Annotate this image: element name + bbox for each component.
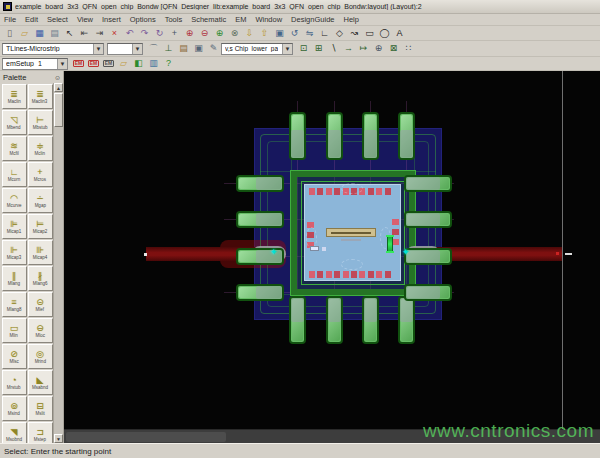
- rotate-button[interactable]: ↻: [153, 27, 167, 40]
- palette-item-mgap[interactable]: ∸Mgap: [28, 188, 53, 213]
- palette-item-msobnd[interactable]: ◥Msobnd: [2, 422, 27, 444]
- zoom-in-point-button[interactable]: ⊕: [183, 27, 197, 40]
- insert-component-button[interactable]: ▣: [273, 27, 287, 40]
- view-3d-button[interactable]: ◧: [132, 57, 146, 70]
- lead-left-4[interactable]: [236, 284, 284, 301]
- palette-item-mlang8[interactable]: ≡Mlang8: [2, 292, 27, 317]
- bond-pad-bottom-6[interactable]: [351, 271, 357, 278]
- lead-right-3[interactable]: [404, 248, 452, 265]
- bond-pad-top-10[interactable]: [385, 188, 391, 195]
- open-design-button[interactable]: ▱: [18, 27, 32, 40]
- zoom-full-button[interactable]: ⊗: [228, 27, 242, 40]
- bond-pad-top-2[interactable]: [317, 188, 323, 195]
- lead-top-2[interactable]: [326, 112, 343, 160]
- chevron-down-icon[interactable]: ▼: [132, 44, 142, 54]
- lead-bottom-3[interactable]: [362, 296, 379, 344]
- library-browser-button[interactable]: ▤: [177, 42, 191, 55]
- edit-properties-button[interactable]: ✎: [207, 42, 221, 55]
- substrate-editor-button[interactable]: ▥: [147, 57, 161, 70]
- bond-pad-top-4[interactable]: [334, 188, 340, 195]
- palette-item-mcorn[interactable]: ∟Mcorn: [2, 162, 27, 187]
- menu-window[interactable]: Window: [255, 15, 282, 24]
- rotate-items-button[interactable]: ↺: [288, 27, 302, 40]
- palette-item-mrstub[interactable]: ◔Mrstub: [2, 370, 27, 395]
- insert-instance-button[interactable]: ▣: [192, 42, 206, 55]
- insert-path-button[interactable]: ∟: [318, 27, 332, 40]
- bond-pad-bottom-9[interactable]: [376, 271, 382, 278]
- palette-item-mlsc[interactable]: ⊘Mlsc: [2, 344, 27, 369]
- em-simulate-button[interactable]: EM: [72, 57, 86, 70]
- port-dot-left[interactable]: [144, 253, 147, 256]
- lead-right-1[interactable]: [404, 175, 452, 192]
- bond-pad-bottom-2[interactable]: [317, 271, 323, 278]
- bond-pad-bottom-3[interactable]: [326, 271, 332, 278]
- lead-right-2[interactable]: [404, 211, 452, 228]
- scroll-up-icon[interactable]: ▲: [54, 83, 63, 92]
- menu-schematic[interactable]: Schematic: [191, 15, 226, 24]
- push-into-hierarchy-button[interactable]: ⇩: [243, 27, 257, 40]
- die-left-pad[interactable]: [322, 247, 326, 251]
- horizontal-scroll-thumb[interactable]: [66, 432, 226, 442]
- print-button[interactable]: ▤: [48, 27, 62, 40]
- palette-item-maclin[interactable]: ≣Maclin: [2, 84, 27, 109]
- em-setup-select[interactable]: emSetup_1 ▼: [2, 58, 68, 70]
- next-entry-layer-button[interactable]: →: [342, 42, 356, 55]
- bond-pad-top-1[interactable]: [309, 188, 315, 195]
- dimension-right-button[interactable]: ⇥: [93, 27, 107, 40]
- palette-item-mcros[interactable]: +Mcros: [28, 162, 53, 187]
- palette-item-mcurve[interactable]: ◠Mcurve: [2, 188, 27, 213]
- palette-item-mloc[interactable]: ⊖Mloc: [28, 318, 53, 343]
- toggle-entry-layer-button[interactable]: ⊠: [387, 42, 401, 55]
- lead-top-4[interactable]: [398, 112, 415, 160]
- bond-pad-bottom-8[interactable]: [368, 271, 374, 278]
- scroll-down-icon[interactable]: ▼: [54, 434, 63, 443]
- chevron-down-icon[interactable]: ▼: [57, 59, 67, 69]
- redo-button[interactable]: ↷: [138, 27, 152, 40]
- die-left-component[interactable]: [310, 246, 319, 251]
- menu-options[interactable]: Options: [130, 15, 156, 24]
- menu-view[interactable]: View: [77, 15, 93, 24]
- palette-item-micap3[interactable]: ⊩Micap3: [2, 240, 27, 265]
- menu-edit[interactable]: Edit: [25, 15, 38, 24]
- chevron-down-icon[interactable]: ▼: [93, 44, 103, 54]
- lead-left-1[interactable]: [236, 175, 284, 192]
- palette-item-mbstub[interactable]: ⊢Mbstub: [28, 110, 53, 135]
- em-setup-button[interactable]: EM: [102, 57, 116, 70]
- bond-pad-bottom-5[interactable]: [343, 271, 349, 278]
- layer-select[interactable]: ▼: [107, 43, 143, 55]
- lead-bottom-2[interactable]: [326, 296, 343, 344]
- save-design-button[interactable]: ▦: [33, 27, 47, 40]
- zoom-area-button[interactable]: ⊕: [213, 27, 227, 40]
- zoom-out-point-button[interactable]: ⊖: [198, 27, 212, 40]
- palette-item-mslit[interactable]: ⊟Mslit: [28, 396, 53, 421]
- pop-out-hierarchy-button[interactable]: ⇧: [258, 27, 272, 40]
- bond-pad-top-9[interactable]: [376, 188, 382, 195]
- bond-pad-top-8[interactable]: [368, 188, 374, 195]
- palette-scroll-thumb[interactable]: [54, 93, 63, 127]
- insert-ground-button[interactable]: ⊥: [162, 42, 176, 55]
- lead-bottom-1[interactable]: [289, 296, 306, 344]
- pin-icon[interactable]: ⊙: [55, 74, 60, 81]
- palette-item-mstep[interactable]: ⊐Mstep: [28, 422, 53, 444]
- palette-item-mbend[interactable]: ◹Mbend: [2, 110, 27, 135]
- lead-top-3[interactable]: [362, 112, 379, 160]
- insert-circle-button[interactable]: ◯: [378, 27, 392, 40]
- pointer-mode-button[interactable]: ↖: [63, 27, 77, 40]
- bondwire-cursor-marker[interactable]: [387, 235, 393, 253]
- undo-button[interactable]: ↶: [123, 27, 137, 40]
- bond-pad-top-3[interactable]: [326, 188, 332, 195]
- palette-item-mlef[interactable]: ⊝Mlef: [28, 292, 53, 317]
- port-dot-right[interactable]: [556, 252, 559, 255]
- palette-scrollbar[interactable]: ▲ ▼: [53, 83, 63, 443]
- em-invalidate-button[interactable]: EM: [87, 57, 101, 70]
- menu-designguide[interactable]: DesignGuide: [291, 15, 334, 24]
- palette-item-micap1[interactable]: ⊫Micap1: [2, 214, 27, 239]
- pin-editor-button[interactable]: ⊡: [297, 42, 311, 55]
- insert-rectangle-button[interactable]: ▭: [363, 27, 377, 40]
- delete-button[interactable]: ×: [108, 27, 122, 40]
- entry-layer-select[interactable]: v,s Chip_lower_pa ▼: [221, 43, 293, 55]
- palette-item-msabnd[interactable]: ◣Msabnd: [28, 370, 53, 395]
- palette-item-mlang6[interactable]: ∦Mlang6: [28, 266, 53, 291]
- menu-help[interactable]: Help: [343, 15, 358, 24]
- palette-item-maclin3[interactable]: ≣Maclin3: [28, 84, 53, 109]
